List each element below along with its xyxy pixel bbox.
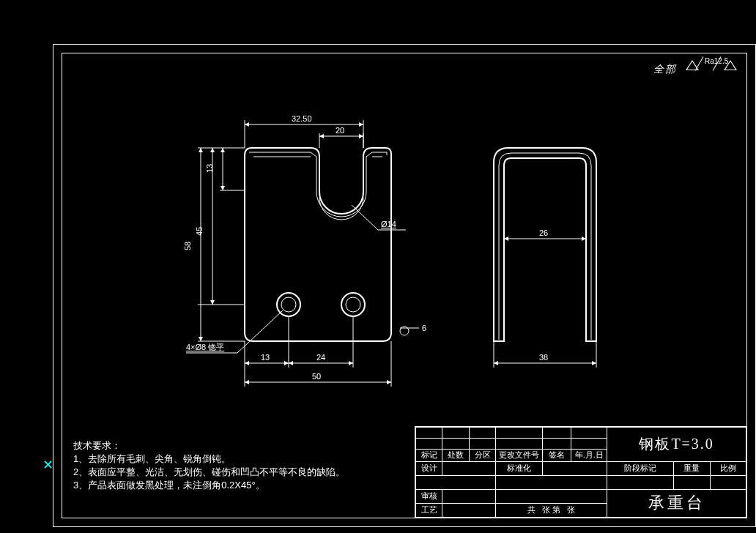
svg-point-1 <box>281 297 296 312</box>
technical-requirements: 技术要求： 1、去除所有毛刺、尖角、锐角倒钝。 2、表面应平整、光洁、无划伤、碰… <box>73 439 410 492</box>
tb-h-count: 处数 <box>442 449 469 461</box>
svg-point-2 <box>341 293 365 316</box>
viewport-cursor: ✕ <box>42 457 53 473</box>
tb-tech: 工艺 <box>416 503 442 517</box>
tb-h-date: 年.月.日 <box>571 449 607 461</box>
tb-audit: 审核 <box>416 489 442 503</box>
dim-side26: 26 <box>539 228 548 237</box>
notes-line2: 2、表面应平整、光洁、无划伤、碰伤和凹凸不平等不良的缺陷。 <box>73 466 410 479</box>
tb-material: 钢板T=3.0 <box>607 428 746 462</box>
notes-heading: 技术要求： <box>73 439 410 452</box>
tb-sheets-a: 共 <box>527 505 536 514</box>
dim-bott13: 13 <box>261 353 270 362</box>
tb-stagemark: 阶段标记 <box>607 461 674 475</box>
front-view: 32.50 20 13 45 58 Ø14 4×Ø8 锪平 <box>183 114 426 387</box>
tb-h-zone: 分区 <box>469 449 495 461</box>
dim-phi14: Ø14 <box>381 220 396 228</box>
tb-h-doc: 更改文件号 <box>496 449 543 461</box>
tb-sheets-b: 张 第 <box>542 505 560 514</box>
notes-line3: 3、产品表面做发黑处理，未注倒角0.2X45°。 <box>73 479 410 492</box>
tb-design: 设计 <box>416 461 442 475</box>
side-view: 26 38 <box>494 148 596 368</box>
svg-line-18 <box>352 205 378 230</box>
tb-partname: 承重台 <box>607 489 746 517</box>
dim-chamfer: 6 <box>422 324 426 332</box>
dim-58: 58 <box>183 242 192 250</box>
dim-45: 45 <box>195 227 204 236</box>
dim-top-width: 32.50 <box>292 114 312 123</box>
dim-bott24: 24 <box>316 353 325 362</box>
svg-point-3 <box>346 297 360 312</box>
dim-bott50: 50 <box>312 372 321 381</box>
notes-line1: 1、去除所有毛刺、尖角、锐角倒钝。 <box>73 452 410 466</box>
dim-slot-width: 20 <box>336 126 344 135</box>
dim-4xphi8: 4×Ø8 锪平 <box>186 343 224 351</box>
tb-h-mark: 标记 <box>416 449 442 461</box>
tb-scale: 比例 <box>710 461 746 475</box>
tb-h-sign: 签名 <box>543 449 571 461</box>
dim-side38: 38 <box>539 353 548 362</box>
tb-weight: 重量 <box>674 461 710 475</box>
title-block: 钢板T=3.0 标记 处数 分区 更改文件号 签名 年.月.日 设计 标准化 阶… <box>415 426 747 518</box>
tb-std: 标准化 <box>496 461 543 475</box>
tb-sheets-c: 张 <box>567 505 575 514</box>
